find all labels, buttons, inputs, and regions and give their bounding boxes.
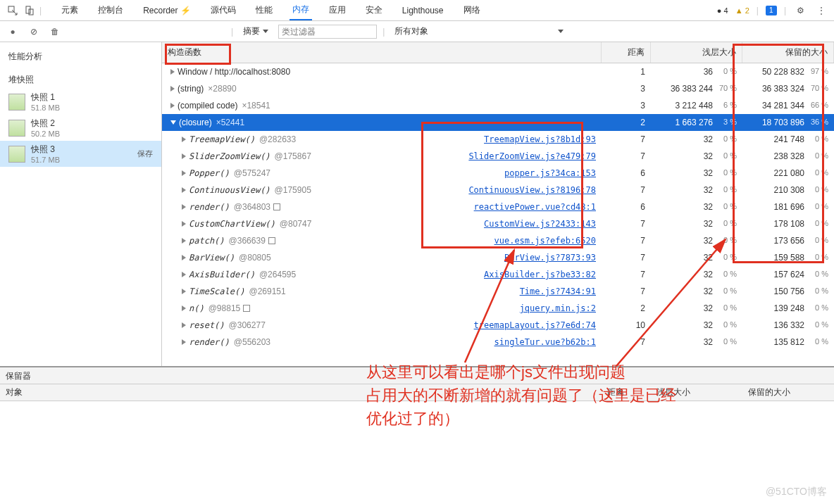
retained-cell: 178 1080 % — [742, 219, 834, 229]
table-row[interactable]: (compiled code)×1854133 212 4486 %34 281… — [162, 97, 834, 114]
expand-icon[interactable] — [170, 69, 175, 75]
warning-badge[interactable]: ▲ 2 — [735, 6, 749, 15]
table-row[interactable]: TimeScale()@269151Time.js?7434:917320 %1… — [162, 283, 834, 300]
snapshot-item[interactable]: 快照 151.8 MB — [0, 89, 161, 115]
retained-cell: 50 228 83297 % — [742, 67, 834, 77]
header-retained[interactable]: 保留的大小 — [742, 386, 834, 398]
header-constructor[interactable]: 构造函数 — [162, 42, 602, 63]
table-row[interactable]: n()@98815jquery.min.js:22320 %139 2480 % — [162, 300, 834, 317]
expand-icon[interactable] — [170, 103, 175, 108]
expand-icon[interactable] — [182, 272, 186, 277]
tab-security[interactable]: 安全 — [363, 0, 385, 20]
tab-lighthouse[interactable]: Lighthouse — [399, 0, 447, 20]
tab-sources[interactable]: 源代码 — [208, 0, 239, 20]
tab-memory[interactable]: 内存 — [290, 0, 312, 20]
expand-icon[interactable] — [182, 170, 186, 176]
distance-cell: 7 — [602, 236, 651, 246]
device-icon[interactable] — [23, 4, 37, 18]
expand-icon[interactable] — [182, 238, 186, 244]
constructor-name: TreemapView() — [189, 134, 255, 144]
inspect-icon[interactable] — [6, 4, 20, 18]
shallow-cell: 320 % — [651, 236, 742, 246]
header-object[interactable]: 对象 — [0, 386, 602, 398]
table-row[interactable]: reset()@306277treemapLayout.js?7e6d:7410… — [162, 317, 834, 334]
delete-icon[interactable]: 🗑 — [48, 25, 62, 39]
source-link[interactable]: reactivePower.vue?cd48:1 — [474, 202, 596, 212]
source-link[interactable]: SliderZoomView.js?e479:79 — [468, 151, 596, 161]
class-filter-input[interactable] — [278, 25, 377, 39]
expand-icon[interactable] — [182, 305, 186, 311]
distance-cell: 10 — [602, 320, 651, 330]
expand-icon[interactable] — [182, 255, 186, 260]
retained-cell: 238 3280 % — [742, 151, 834, 161]
expand-icon[interactable] — [182, 221, 186, 227]
table-row[interactable]: patch()@366639vue.esm.js?efeb:65207320 %… — [162, 232, 834, 249]
object-count: ×18541 — [242, 101, 270, 111]
header-shallow[interactable]: 浅层大小 — [651, 42, 742, 63]
header-distance[interactable]: 距离 — [602, 386, 651, 398]
snapshot-item[interactable]: 快照 351.7 MB 保存 — [0, 141, 161, 167]
source-link[interactable]: TreemapView.js?8b1d:93 — [484, 134, 596, 144]
tab-application[interactable]: 应用 — [326, 0, 349, 20]
summary-dropdown[interactable]: 摘要 — [239, 24, 273, 39]
source-link[interactable]: popper.js?34ca:153 — [504, 168, 596, 178]
record-icon[interactable]: ● — [6, 25, 20, 39]
tab-network[interactable]: 网络 — [461, 0, 483, 20]
constructor-name: reset() — [189, 320, 225, 330]
table-row[interactable]: render()@556203singleTur.vue?b62b:17320 … — [162, 334, 834, 351]
expand-icon[interactable] — [170, 120, 176, 125]
expand-icon[interactable] — [182, 289, 186, 294]
expand-icon[interactable] — [182, 339, 186, 345]
retained-cell: 36 383 32470 % — [742, 84, 834, 94]
all-objects-dropdown[interactable]: 所有对象 — [390, 24, 568, 39]
distance-cell: 6 — [602, 168, 651, 178]
tab-elements[interactable]: 元素 — [58, 0, 81, 20]
expand-icon[interactable] — [170, 86, 175, 92]
source-link[interactable]: singleTur.vue?b62b:1 — [494, 337, 597, 347]
header-distance[interactable]: 距离 — [602, 42, 651, 63]
table-row[interactable]: TreemapView()@282633TreemapView.js?8b1d:… — [162, 131, 834, 148]
expand-icon[interactable] — [182, 137, 186, 142]
more-icon[interactable]: ⋮ — [814, 4, 828, 18]
gear-icon[interactable]: ⚙ — [793, 4, 807, 18]
source-link[interactable]: AxisBuilder.js?be33:82 — [484, 270, 596, 279]
tab-recorder[interactable]: Recorder ⚡ — [140, 0, 194, 20]
source-link[interactable]: jquery.min.js:2 — [520, 303, 596, 313]
tab-performance[interactable]: 性能 — [253, 0, 275, 20]
expand-icon[interactable] — [182, 204, 186, 210]
table-rows[interactable]: Window / http://localhost:80801360 %50 2… — [162, 63, 834, 366]
table-row[interactable]: CustomChartView()@80747CustomView.js?243… — [162, 215, 834, 232]
source-link[interactable]: vue.esm.js?efeb:6520 — [494, 236, 597, 246]
table-row[interactable]: ContinuousView()@175905ContinuousView.js… — [162, 182, 834, 199]
expand-icon[interactable] — [182, 187, 186, 193]
expand-icon[interactable] — [182, 153, 186, 159]
table-row[interactable]: SliderZoomView()@175867SliderZoomView.js… — [162, 148, 834, 165]
table-row[interactable]: Window / http://localhost:80801360 %50 2… — [162, 63, 834, 80]
snapshot-item[interactable]: 快照 250.2 MB — [0, 115, 161, 141]
table-row[interactable]: Popper()@575247popper.js?34ca:1536320 %2… — [162, 165, 834, 182]
table-row[interactable]: (closure)×5244121 663 2763 %18 703 89636… — [162, 114, 834, 131]
clear-icon[interactable]: ⊘ — [27, 25, 41, 39]
constructor-name: n() — [189, 303, 204, 313]
table-row[interactable]: BarView()@80805BarView.js?7873:937320 %1… — [162, 249, 834, 266]
error-badge[interactable]: ● 4 — [717, 6, 728, 15]
source-link[interactable]: CustomView.js?2433:143 — [484, 219, 596, 229]
snapshot-size: 51.8 MB — [31, 103, 60, 112]
content-panel: 构造函数 距离 浅层大小 保留的大小 Window / http://local… — [162, 42, 834, 366]
table-row[interactable]: (string)×28890336 383 24470 %36 383 3247… — [162, 80, 834, 97]
source-link[interactable]: Time.js?7434:91 — [520, 286, 596, 296]
source-link[interactable]: treemapLayout.js?7e6d:74 — [474, 320, 596, 330]
table-headers: 构造函数 距离 浅层大小 保留的大小 — [162, 42, 834, 63]
snapshot-save-button[interactable]: 保存 — [137, 149, 153, 159]
expand-icon[interactable] — [182, 322, 186, 328]
header-retained[interactable]: 保留的大小 — [742, 42, 834, 63]
messages-icon[interactable]: 1 — [766, 6, 777, 15]
source-link[interactable]: BarView.js?7873:93 — [504, 253, 596, 263]
source-link[interactable]: ContinuousView.js?8196:78 — [468, 185, 596, 195]
tab-console[interactable]: 控制台 — [95, 0, 126, 20]
distance-cell: 7 — [602, 219, 651, 229]
table-row[interactable]: render()@364803reactivePower.vue?cd48:16… — [162, 199, 834, 215]
header-shallow[interactable]: 浅层大小 — [651, 386, 742, 398]
table-row[interactable]: AxisBuilder()@264595AxisBuilder.js?be33:… — [162, 266, 834, 283]
retained-cell: 34 281 34466 % — [742, 101, 834, 111]
